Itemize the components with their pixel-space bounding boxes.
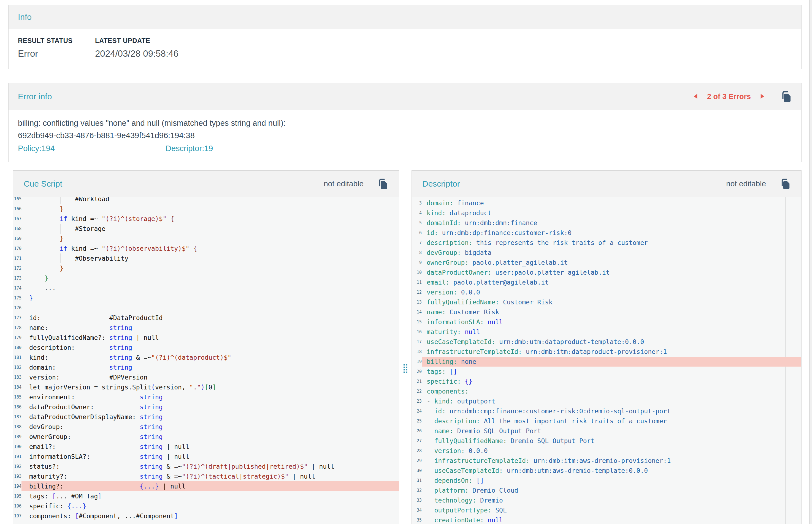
descriptor-code[interactable]: 23domain: finance4kind: dataproduct5doma… — [412, 197, 801, 524]
code-text: if kind =~ "(?i)^(storage)$" { — [21, 214, 399, 224]
code-text: components: [#Component, ...#Component] — [21, 511, 399, 521]
code-text: name: Customer Risk — [422, 307, 801, 317]
code-text: fullyQualifiedName: Dremio SQL Output Po… — [422, 436, 801, 446]
line-number: 12 — [412, 287, 422, 297]
code-text: fullyQualifiedName: Customer Risk — [422, 297, 801, 307]
code-text: name: string — [21, 323, 399, 333]
copy-icon — [779, 178, 791, 190]
code-line: 31 dependsOn: [] — [412, 476, 801, 486]
panel-resize-handle[interactable] — [403, 364, 408, 373]
latest-update-value: 2024/03/28 09:58:46 — [95, 48, 178, 59]
indent-guide — [45, 197, 45, 204]
code-text: tags: [] — [422, 366, 801, 376]
code-line: 183version: #DPVersion — [13, 372, 399, 382]
line-number: 170 — [13, 244, 21, 253]
line-number: 24 — [412, 406, 422, 416]
code-line: 9ownerGroup: paolo.platter_agilelab.it — [412, 258, 801, 267]
code-line: 188devGroup: string — [13, 422, 399, 432]
indent-guide — [45, 214, 45, 224]
policy-link[interactable]: Policy:194 — [18, 144, 55, 153]
line-number: 172 — [13, 263, 21, 273]
code-text: dataProductOwner: string — [21, 402, 399, 412]
code-line: 181kind: string & =~"(?i)^(dataproduct)$… — [13, 353, 399, 362]
line-number: 187 — [13, 412, 21, 422]
cue-script-code[interactable]: 165 #Workload166 }167 if kind =~ "(?i)^(… — [13, 197, 399, 524]
descriptor-link[interactable]: Descriptor:19 — [165, 142, 213, 155]
error-info-body: billing: conflicting values "none" and n… — [9, 110, 801, 162]
code-text: components: — [422, 387, 801, 396]
code-line: 8devGroup: bigdata — [412, 248, 801, 258]
next-error-button[interactable] — [760, 93, 765, 100]
line-number: 8 — [412, 248, 422, 258]
info-card-header: Info — [9, 5, 801, 29]
code-text: specific: {} — [422, 376, 801, 387]
error-info-header: Error info 2 of 3 Errors — [9, 83, 801, 110]
result-status-field: RESULT STATUS Error — [18, 37, 95, 59]
indent-guide — [431, 436, 431, 446]
code-text: maturity?: string & =~"(?i)^(tactical|st… — [21, 472, 399, 481]
error-links: Policy:194 Descriptor:19 — [18, 142, 792, 155]
line-number: 25 — [412, 416, 422, 426]
code-text: useCaseTemplateId: urn:dmb:utm:aws-dremi… — [422, 466, 801, 476]
code-text: name: Dremio SQL Output Port — [422, 426, 801, 436]
line-number: 4 — [412, 208, 422, 218]
code-text: description: this represents the risk tr… — [422, 238, 801, 248]
code-line: 177id: #DataProductId — [13, 313, 399, 323]
line-number: 188 — [13, 422, 21, 432]
code-line: 182domain: string — [13, 362, 399, 372]
code-text: id: urn:dmb:dp:finance:customer-risk:0 — [422, 228, 801, 238]
code-text: technology: Dremio — [422, 495, 801, 505]
page-scrollbar[interactable] — [809, 0, 812, 524]
copy-error-button[interactable] — [779, 90, 792, 103]
code-line: 24 id: urn:dmb:cmp:finance:customer-risk… — [412, 406, 801, 416]
line-number: 5 — [412, 218, 422, 228]
code-line: 184let majorVersion = strings.Split(vers… — [13, 382, 399, 392]
code-line: 172 } — [13, 263, 399, 273]
line-number: 190 — [13, 442, 21, 452]
line-number: 193 — [13, 472, 21, 481]
line-number: 19 — [412, 357, 422, 366]
code-text: id: urn:dmb:cmp:finance:customer-risk:0:… — [422, 406, 801, 416]
code-line: 190email?: string | null — [13, 442, 399, 452]
indent-guide — [30, 253, 30, 263]
code-text: informationSLA?: string | null — [21, 452, 399, 461]
code-line: 20tags: [] — [412, 366, 801, 376]
code-text: description: string — [21, 343, 399, 353]
line-number: 184 — [13, 382, 21, 392]
code-text: tags: [... #OM_Tag] — [21, 491, 399, 501]
code-line: 30 useCaseTemplateId: urn:dmb:utm:aws-dr… — [412, 466, 801, 476]
indent-guide — [45, 224, 45, 234]
line-number: 197 — [13, 511, 21, 521]
code-text: dependsOn: [] — [422, 476, 801, 486]
cue-script-header: Cue Script not editable — [13, 170, 399, 197]
code-text: domain: finance — [422, 198, 801, 208]
code-text: } — [21, 273, 399, 283]
code-line: 14name: Customer Risk — [412, 307, 801, 317]
code-line: 191informationSLA?: string | null — [13, 452, 399, 461]
code-line: 5domainId: urn:dmb:dmn:finance — [412, 218, 801, 228]
code-line: 175} — [13, 293, 399, 303]
indent-guide — [431, 476, 431, 486]
indent-guide — [431, 466, 431, 476]
code-text: description: All the most important risk… — [422, 416, 801, 426]
code-text: } — [21, 204, 399, 214]
code-line: 27 fullyQualifiedName: Dremio SQL Output… — [412, 436, 801, 446]
indent-guide — [30, 197, 30, 204]
indent-guide — [431, 406, 431, 416]
indent-guide — [431, 426, 431, 436]
line-number: 165 — [13, 197, 21, 204]
indent-guide — [431, 505, 431, 515]
code-text — [21, 303, 399, 313]
code-line: 185environment: string — [13, 392, 399, 402]
copy-icon — [376, 178, 388, 190]
line-number: 34 — [412, 505, 422, 515]
code-text: dataProductOwnerDisplayName: string — [21, 412, 399, 422]
copy-descriptor-button[interactable] — [779, 178, 791, 190]
prev-error-button[interactable] — [693, 93, 698, 100]
cue-script-title: Cue Script — [24, 179, 62, 189]
copy-cue-script-button[interactable] — [376, 178, 388, 190]
highlighted-code-line: 19billing: none — [412, 357, 801, 366]
line-number: 189 — [13, 432, 21, 442]
info-card: Info RESULT STATUS Error LATEST UPDATE 2… — [8, 5, 801, 69]
highlighted-code-line: 194billing?: {...} | null — [13, 481, 399, 491]
